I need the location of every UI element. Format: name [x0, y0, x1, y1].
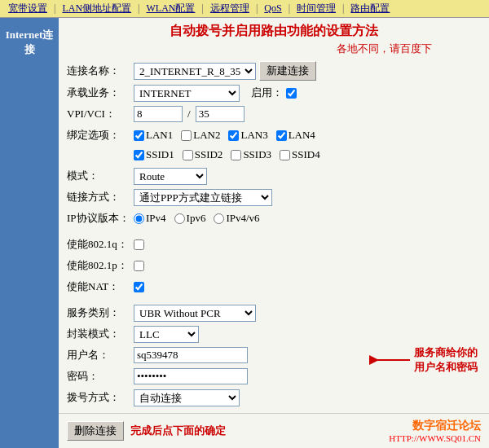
ssid4-checkbox[interactable]: [280, 150, 290, 160]
password-content: [134, 368, 248, 384]
binding-content: LAN1 LAN2 LAN3 LAN4: [134, 129, 320, 142]
mode-select[interactable]: Route: [134, 168, 207, 185]
ssid2-label: SSID2: [195, 148, 223, 161]
dial-select[interactable]: 自动连接: [134, 389, 240, 406]
encap-row: 封装模式： LLC: [67, 325, 481, 343]
ipv6-radio[interactable]: [174, 213, 185, 224]
ssid3-item: SSID3: [231, 148, 271, 161]
top-nav: 宽带设置 | LAN侧地址配置 | WLAN配置 | 远程管理 | QoS | …: [0, 0, 489, 18]
lan4-item: LAN4: [276, 129, 315, 142]
service-label: 承载业务：: [67, 86, 134, 100]
bottom-annotation: 完成后点下面的确定: [130, 424, 226, 438]
username-input[interactable]: [134, 347, 248, 363]
vpi-label: VPI/VCI：: [67, 107, 134, 121]
link-content: 通过PPP方式建立链接: [134, 189, 272, 206]
service-content: INTERNET 启用：: [134, 85, 297, 102]
nav-time[interactable]: 时间管理: [292, 2, 341, 15]
vci-input[interactable]: [196, 106, 244, 122]
nat-content: [134, 282, 144, 292]
mode-content: Route: [134, 168, 207, 185]
ssid3-label: SSID3: [243, 148, 271, 161]
vpi-content: /: [134, 106, 244, 122]
vpi-input[interactable]: [134, 106, 183, 122]
dial-content: 自动连接: [134, 389, 240, 406]
lan4-checkbox[interactable]: [276, 130, 287, 141]
username-row: 用户名：: [67, 346, 481, 364]
ipv6-item: Ipv6: [174, 212, 206, 225]
password-label: 密码：: [67, 369, 134, 384]
8021p-checkbox[interactable]: [134, 261, 144, 271]
sidebar: Internet连接: [0, 18, 59, 448]
lan2-checkbox[interactable]: [181, 130, 192, 141]
service-select[interactable]: INTERNET: [134, 85, 240, 102]
link-label: 链接方式：: [67, 190, 134, 204]
enable-label: 启用：: [251, 86, 283, 100]
ipv6-label: Ipv6: [187, 212, 206, 225]
ssid1-item: SSID1: [134, 148, 174, 161]
ssid3-checkbox[interactable]: [231, 150, 241, 160]
main-container: Internet连接 自动拨号并启用路由功能的设置方法 各地不同，请百度下 连接…: [0, 18, 489, 448]
lan1-checkbox[interactable]: [134, 130, 144, 141]
nat-checkbox[interactable]: [134, 282, 144, 292]
nat-row: 使能NAT：: [67, 278, 481, 296]
enable-checkbox[interactable]: [286, 88, 297, 99]
ssid1-checkbox[interactable]: [134, 150, 144, 160]
nav-wlan[interactable]: WLAN配置: [141, 2, 200, 15]
encap-select[interactable]: LLC: [134, 326, 199, 343]
8021q-checkbox[interactable]: [134, 239, 144, 250]
vpi-slash: /: [186, 108, 192, 121]
link-row: 链接方式： 通过PPP方式建立链接: [67, 188, 481, 206]
ssid2-item: SSID2: [183, 148, 223, 161]
nav-broadband[interactable]: 宽带设置: [3, 2, 52, 15]
content-area: 自动拨号并启用路由功能的设置方法 各地不同，请百度下 连接名称： 2_INTER…: [59, 18, 489, 448]
lan2-label: LAN2: [193, 129, 220, 142]
ipv4v6-radio[interactable]: [214, 213, 224, 224]
nav-route[interactable]: 路由配置: [346, 2, 394, 15]
username-label: 用户名：: [67, 348, 134, 362]
mode-label: 模式：: [67, 169, 134, 183]
lan3-checkbox[interactable]: [228, 130, 239, 141]
link-select[interactable]: 通过PPP方式建立链接: [134, 189, 272, 206]
vpi-row: VPI/VCI： /: [67, 105, 481, 123]
mode-row: 模式： Route: [67, 167, 481, 185]
ip-version-row: IP协议版本： IPv4 Ipv6 IPv4/v6: [67, 209, 481, 227]
ip-version-content: IPv4 Ipv6 IPv4/v6: [134, 212, 265, 225]
nav-remote[interactable]: 远程管理: [205, 2, 254, 15]
8021p-label: 使能802.1p：: [67, 258, 134, 273]
ipv4-label: IPv4: [146, 212, 166, 225]
ip-version-label: IP协议版本：: [67, 211, 134, 226]
connection-name-row: 连接名称： 2_INTERNET_R_8_35_ 新建连接: [67, 61, 481, 81]
password-row: 密码：: [67, 367, 481, 385]
ssid2-checkbox[interactable]: [183, 150, 193, 160]
lan3-item: LAN3: [228, 129, 267, 142]
nav-qos[interactable]: QoS: [259, 2, 286, 15]
connection-name-select[interactable]: 2_INTERNET_R_8_35_: [134, 63, 256, 80]
8021p-content: [134, 261, 144, 271]
service-type-select[interactable]: UBR Without PCR: [134, 305, 256, 322]
dial-label: 拨号方式：: [67, 390, 134, 405]
service-row: 承载业务： INTERNET 启用：: [67, 84, 481, 102]
service-type-label: 服务类别：: [67, 305, 134, 320]
ipv4v6-label: IPv4/v6: [226, 212, 259, 225]
watermark: 数字宿迁论坛 HTTP://WWW.SQ01.CN: [389, 419, 481, 443]
watermark-line2: HTTP://WWW.SQ01.CN: [389, 433, 481, 443]
ssid4-item: SSID4: [280, 148, 320, 161]
lan2-item: LAN2: [181, 129, 220, 142]
delete-connection-button[interactable]: 删除连接: [67, 421, 124, 441]
page-title: 自动拨号并启用路由功能的设置方法: [67, 23, 481, 40]
nat-label: 使能NAT：: [67, 279, 134, 294]
lan3-label: LAN3: [240, 129, 267, 142]
binding-label: 绑定选项：: [67, 128, 134, 143]
bottom-bar: 删除连接 完成后点下面的确定 数字宿迁论坛 HTTP://WWW.SQ01.CN: [59, 413, 489, 448]
watermark-line1: 数字宿迁论坛: [389, 419, 481, 433]
8021q-label: 使能802.1q：: [67, 237, 134, 252]
ssid1-label: SSID1: [146, 148, 174, 161]
username-content: [134, 347, 248, 363]
8021q-row: 使能802.1q：: [67, 235, 481, 253]
sidebar-title: Internet连接: [0, 24, 59, 60]
8021p-row: 使能802.1p：: [67, 257, 481, 275]
ipv4-radio[interactable]: [134, 213, 144, 224]
new-connection-button[interactable]: 新建连接: [259, 61, 316, 81]
nav-lan[interactable]: LAN侧地址配置: [57, 2, 136, 15]
password-input[interactable]: [134, 368, 248, 384]
